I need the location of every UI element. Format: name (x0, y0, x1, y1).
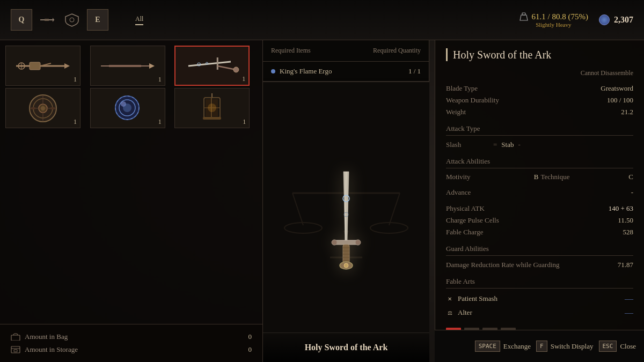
switch-key: F (536, 341, 547, 352)
weight-row: Weight 21.2 (446, 106, 633, 118)
item-count-4: 1 (74, 118, 77, 126)
abilities-grid: Motivity B Technique C (446, 172, 633, 182)
bag-amount-row: Amount in Bag 0 (11, 333, 252, 341)
item-image-3 (183, 53, 241, 79)
item-image-1 (13, 52, 72, 79)
svg-point-56 (332, 240, 337, 245)
svg-rect-27 (31, 107, 35, 109)
svg-rect-7 (30, 62, 40, 70)
game-screen: Q E All (0, 0, 644, 362)
svg-rect-28 (50, 107, 55, 109)
disassemble-row: Cannot Disassemble (446, 69, 633, 77)
fable-art-name-1: ⚖ Alter (446, 308, 472, 317)
svg-point-26 (41, 106, 45, 110)
exchange-key: SPACE (475, 341, 500, 352)
nav-e-button[interactable]: E (87, 9, 108, 31)
currency-value: 2,307 (614, 15, 633, 25)
item-count-5: 1 (158, 118, 162, 126)
showcase-area: Holy Sword of the Ark (263, 78, 429, 362)
svg-marker-13 (149, 63, 155, 69)
svg-point-3 (70, 18, 74, 22)
svg-marker-6 (64, 63, 70, 69)
svg-point-40 (208, 104, 216, 112)
item-slot-6[interactable]: 1 (174, 88, 250, 128)
weapon-durability-row: Weapon Durability 100 / 100 (446, 94, 633, 106)
showcase-name: Holy Sword of the Ark (263, 333, 429, 362)
svg-point-33 (123, 104, 131, 112)
weight-icon (519, 12, 529, 21)
currency-icon (599, 14, 610, 25)
close-key: ESC (599, 341, 617, 352)
bottom-info-section: Amount in Bag 0 Amount in Storage 0 (0, 324, 262, 362)
item-title: Holy Sword of the Ark (446, 48, 633, 61)
bag-amount-value: 0 (248, 333, 252, 341)
required-panel: Required Items Required Quantity King's … (263, 40, 429, 82)
svg-rect-14 (109, 65, 141, 67)
item-slot-1[interactable]: 1 (5, 46, 80, 86)
blade-type-row: Blade Type Greatsword (446, 83, 633, 94)
item-count-3: 1 (242, 75, 245, 83)
top-bar: Q E All (0, 0, 644, 40)
svg-rect-42 (11, 335, 20, 341)
weight-value: 61.1 / 80.8 (75%) (532, 12, 588, 21)
switch-display-label: Switch Display (551, 342, 594, 351)
nav-sword-icon[interactable] (38, 10, 57, 29)
item-count-6: 1 (243, 118, 246, 126)
nav-q-button[interactable]: Q (11, 9, 32, 31)
advance-row: Advance - (446, 187, 633, 198)
bag-icon (11, 333, 20, 341)
close-action[interactable]: ESC Close (599, 341, 636, 352)
item-slot-5[interactable]: 1 (90, 88, 165, 128)
exchange-label: Exchange (503, 342, 531, 351)
guard-abilities-section: Guard Abilities (446, 245, 633, 256)
required-item-row: King's Flame Ergo 1 / 1 (263, 62, 429, 82)
physical-atk-row: Physical ATK 140 + 63 (446, 203, 633, 215)
item-dot-icon (271, 69, 275, 73)
item-slot-4[interactable]: 1 (5, 88, 80, 128)
svg-rect-4 (522, 13, 525, 15)
required-qty-col: Required Quantity (373, 47, 421, 55)
storage-amount-value: 0 (248, 345, 252, 354)
item-image-6 (182, 94, 241, 122)
item-slot-3[interactable]: 1 (174, 46, 250, 86)
item-slot-2[interactable]: 1 (90, 46, 165, 86)
required-header: Required Items Required Quantity (263, 40, 429, 62)
fable-art-name-0: ✕ Patient Smash (446, 294, 497, 303)
attack-abilities-section: Attack Abilities (446, 157, 633, 168)
fable-arts-section: Fable Arts (446, 277, 633, 289)
stats-panel: Holy Sword of the Ark Cannot Disassemble… (435, 40, 644, 330)
svg-rect-45 (14, 350, 17, 352)
fable-art-icon-0: ✕ (446, 295, 453, 302)
required-qty-value: 1 / 1 (408, 67, 421, 76)
nav-shield-icon[interactable] (62, 10, 82, 29)
dmg-reduction-row: Damage Reduction Rate while Guarding 71.… (446, 259, 633, 271)
fable-charge-row: Fable Charge 528 (446, 226, 633, 238)
svg-point-65 (344, 263, 348, 268)
technique-cell: Technique C (541, 172, 634, 182)
charge-pulse-row: Charge Pulse Cells 11.50 (446, 215, 633, 226)
required-item-name: King's Flame Ergo (271, 67, 332, 76)
svg-rect-2 (45, 19, 49, 21)
storage-icon (11, 346, 20, 353)
exchange-action[interactable]: SPACE Exchange (475, 341, 531, 352)
item-image-4 (13, 94, 72, 122)
fable-art-dash-1: — (625, 308, 633, 317)
svg-rect-41 (203, 117, 221, 120)
motivity-cell: Motivity B (446, 172, 539, 182)
currency-display: 2,307 (599, 14, 633, 25)
showcase-sword-icon (314, 166, 378, 274)
inventory-grid: 1 1 (0, 40, 262, 134)
inventory-panel: 1 1 (0, 40, 263, 362)
fable-art-icon-1: ⚖ (446, 309, 453, 316)
svg-line-49 (389, 193, 400, 225)
item-image-2 (98, 52, 157, 79)
weight-info: 61.1 / 80.8 (75%) Slightly Heavy (519, 12, 588, 28)
all-tab[interactable]: All (135, 15, 143, 25)
switch-display-action[interactable]: F Switch Display (536, 341, 593, 352)
svg-point-57 (355, 240, 361, 245)
weight-status: Slightly Heavy (519, 21, 588, 28)
required-items-col: Required Items (271, 47, 311, 55)
title-bar-decoration (446, 48, 448, 61)
svg-marker-1 (53, 18, 54, 22)
item-count-1: 1 (74, 76, 77, 84)
